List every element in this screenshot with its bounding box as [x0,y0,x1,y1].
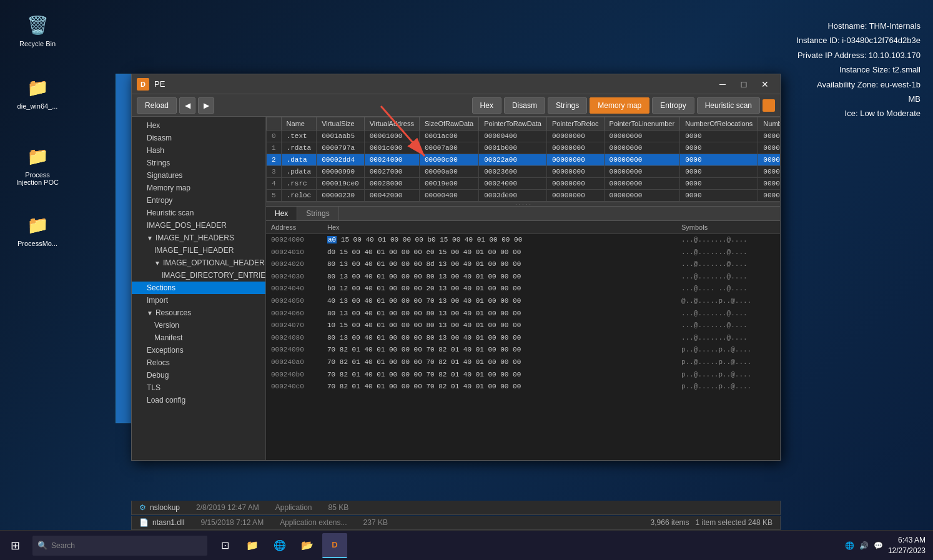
hex-bytes: d0 15 00 40 01 00 00 00 e0 15 00 40 01 0… [327,247,681,258]
hex-row[interactable]: 000240c070 82 01 40 01 00 00 00 70 82 01… [266,381,780,393]
heuristic-scan-button[interactable]: Heuristic scan [697,97,760,114]
hex-row[interactable]: 00024040b0 12 00 40 01 00 00 00 20 13 00… [266,283,780,295]
sidebar-item-manifest[interactable]: Manifest [132,332,265,344]
row-cell: 00000000 [546,190,604,202]
table-row[interactable]: 1.rdata0000797a0001c00000007a000001b0000… [267,142,781,154]
mb-label: MB [796,92,921,106]
search-placeholder: Search [51,541,75,550]
sidebar-item-load-config[interactable]: Load config [132,394,265,406]
sidebar-item-hash[interactable]: Hash [132,144,265,157]
hex-row[interactable]: 0002402080 13 00 40 01 00 00 00 8d 13 00… [266,258,780,271]
desktop-icon-die-win64[interactable]: 📁 die_win64_... [12,75,62,110]
sidebar-item-image-dos-header[interactable]: IMAGE_DOS_HEADER [132,219,265,232]
nav-forward-button[interactable]: ▶ [198,97,214,114]
taskbar-icon-ie[interactable]: 🌐 [267,533,292,558]
sidebar-item-image-optional-header[interactable]: ▼IMAGE_OPTIONAL_HEADER [132,257,265,269]
hex-symbols: ...@.......@.... [681,333,775,344]
hex-row[interactable]: 00024010d0 15 00 40 01 00 00 00 e0 15 00… [266,247,780,259]
hex-row[interactable]: 0002408080 13 00 40 01 00 00 00 80 13 00… [266,332,780,345]
tab-hex[interactable]: Hex [266,207,297,220]
sidebar-item-strings[interactable]: Strings [132,157,265,169]
sidebar-item-disasm[interactable]: Disasm [132,132,265,144]
hex-button[interactable]: Hex [472,97,501,114]
tab-strings[interactable]: Strings [297,207,338,220]
row-cell: 0000 [758,190,780,202]
table-row[interactable]: 4.rsrc000019ce00002800000019e00000240000… [267,178,781,190]
hex-bytes: 40 13 00 40 01 00 00 00 70 13 00 40 01 0… [327,296,681,307]
sections-table: Name VirtualSize VirtualAddress SizeOfRa… [266,117,780,202]
sidebar-item-version[interactable]: Version [132,319,265,332]
right-panel: Name VirtualSize VirtualAddress SizeOfRa… [266,117,780,460]
taskbar-icon-task-view[interactable]: ⊡ [212,533,237,558]
col-numofrelocations: NumberOfRelocations [680,117,758,130]
hex-address: 00024040 [271,283,327,295]
table-row[interactable]: 3.pdata000009900002700000000a00000236000… [267,166,781,178]
hex-row[interactable]: 0002403080 13 00 40 01 00 00 00 80 13 00… [266,271,780,283]
minimize-button[interactable]: ─ [713,76,733,93]
desktop-icon-process-injection[interactable]: 📁 Process Injection POC [12,144,62,186]
row-cell: 00000000 [604,190,680,202]
hex-row[interactable]: 000240b070 82 01 40 01 00 00 00 70 82 01… [266,369,780,381]
sidebar-item-import[interactable]: Import [132,294,265,307]
taskbar-icon-die[interactable]: D [322,533,347,558]
row-cell: .rdata [281,142,317,154]
hex-row[interactable]: 0002407010 15 00 40 01 00 00 00 80 13 00… [266,320,780,332]
sidebar-item-tls[interactable]: TLS [132,381,265,394]
row-cell: 0001b000 [479,142,547,154]
divider-handle[interactable]: · · · · · [266,202,780,207]
sidebar-item-resources[interactable]: ▼Resources [132,307,265,319]
hex-address: 00024010 [271,247,327,258]
hex-bytes: b0 12 00 40 01 00 00 00 20 13 00 40 01 0… [327,283,681,295]
disasm-button[interactable]: Disasm [504,97,545,114]
desktop-icon-recycle-bin[interactable]: 🗑️ Recycle Bin [12,12,62,47]
hex-row[interactable]: 0002409070 82 01 40 01 00 00 00 70 82 01… [266,344,780,356]
taskbar-icon-explorer[interactable]: 📁 [240,533,265,558]
row-cell: .text [281,130,317,142]
folder-icon-3: 📁 [25,212,50,237]
hex-header: Address Hex Symbols [266,221,780,234]
table-row[interactable]: 0.text0001aab5000010000001ac000000040000… [267,130,781,142]
sidebar: Hex Disasm Hash Strings Signatures Memor… [132,117,266,460]
row-cell: 0000 [680,130,758,142]
sidebar-item-entropy[interactable]: Entropy [132,194,265,207]
app-icon-nslookup: ⚙ [139,503,146,512]
desktop-icon-process-monitor[interactable]: 📁 ProcessMo... [12,212,62,247]
sidebar-item-exceptions[interactable]: Exceptions [132,344,265,356]
start-button[interactable]: ⊞ [0,531,30,561]
memory-map-button[interactable]: Memory map [590,97,649,114]
nav-back-button[interactable]: ◀ [179,97,195,114]
hex-row[interactable]: 0002405040 13 00 40 01 00 00 00 70 13 00… [266,295,780,308]
date-nslookup: 2/8/2019 12:47 AM [196,503,259,512]
sidebar-item-image-file-header[interactable]: IMAGE_FILE_HEADER [132,244,265,257]
reload-button[interactable]: Reload [137,97,177,114]
entropy-button[interactable]: Entropy [652,97,694,114]
sidebar-item-image-nt-headers[interactable]: ▼IMAGE_NT_HEADERS [132,232,265,244]
app-icon-ntasn1: 📄 [139,518,149,527]
sidebar-item-image-directory-entries[interactable]: IMAGE_DIRECTORY_ENTRIES [132,269,265,282]
sidebar-item-hex[interactable]: Hex [132,119,265,132]
sidebar-item-memory-map[interactable]: Memory map [132,182,265,194]
hex-bytes: 10 15 00 40 01 00 00 00 80 13 00 40 01 0… [327,320,681,332]
maximize-button[interactable]: □ [734,76,754,93]
hex-address: 000240b0 [271,370,327,381]
row-cell: 00000000 [546,154,604,166]
sidebar-item-sections[interactable]: Sections [132,282,265,294]
taskbar-icon-file-manager-2[interactable]: 📂 [295,533,320,558]
sidebar-item-relocs[interactable]: Relocs [132,356,265,369]
search-bar[interactable]: 🔍 Search [32,536,207,556]
sidebar-item-debug[interactable]: Debug [132,369,265,381]
taskbar-clock: 6:43 AM 12/27/2023 [888,535,926,556]
hex-row[interactable]: 0002406080 13 00 40 01 00 00 00 80 13 00… [266,308,780,320]
sidebar-item-signatures[interactable]: Signatures [132,169,265,182]
sidebar-item-heuristic-scan[interactable]: Heuristic scan [132,207,265,219]
strings-button[interactable]: Strings [548,97,587,114]
row-cell: 0000 [758,142,780,154]
row-cell: 00000400 [479,130,547,142]
table-row[interactable]: 2.data00002dd40002400000000c0000022a0000… [267,154,781,166]
hex-address: 00024070 [271,320,327,332]
close-button[interactable]: ✕ [755,76,775,93]
hex-view[interactable]: Address Hex Symbols 00024000a0 15 00 40 … [266,221,780,460]
hex-row[interactable]: 000240a070 82 01 40 01 00 00 00 70 82 01… [266,356,780,369]
table-row[interactable]: 5.reloc0000023000042000000004000003de000… [267,190,781,202]
hex-row[interactable]: 00024000a0 15 00 40 01 00 00 00 b0 15 00… [266,234,780,247]
